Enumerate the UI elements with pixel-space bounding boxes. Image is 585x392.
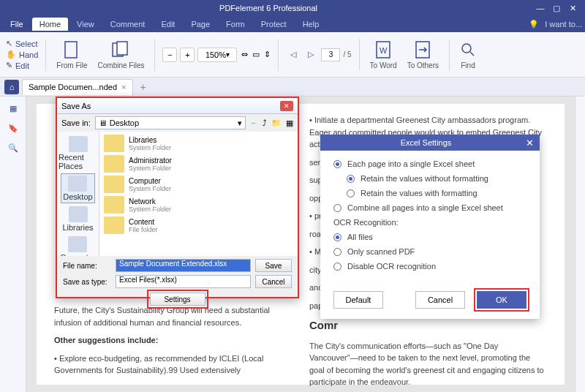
next-page-button[interactable]: ▷	[303, 48, 318, 62]
dialog-titlebar: Save As ✕	[57, 98, 298, 114]
svg-rect-2	[117, 42, 127, 55]
find-button[interactable]: Find	[457, 38, 479, 71]
default-button[interactable]: Default	[333, 291, 383, 309]
edit-tool[interactable]: ✎Edit	[6, 61, 38, 70]
vertical-scrollbar[interactable]	[575, 97, 585, 392]
savetype-label: Save as type:	[63, 278, 111, 286]
excel-dialog-close-button[interactable]: ✕	[526, 137, 534, 148]
savetype-select[interactable]: Excel Files(*.xlsx)	[116, 275, 251, 288]
menubar: File Home View Comment Edit Page Form Pr…	[0, 16, 585, 32]
heading: Comr	[309, 317, 547, 334]
add-tab-button[interactable]: +	[136, 81, 151, 93]
place-desktop[interactable]: Desktop	[61, 173, 94, 203]
lightbulb-icon: 💡	[529, 20, 539, 29]
body-text: • Explore eco-budgeting, as recommended …	[54, 353, 292, 377]
convert-icon	[415, 39, 431, 60]
to-word-button[interactable]: W To Word	[367, 38, 400, 71]
select-tool[interactable]: ↖Select	[6, 39, 38, 48]
menu-view[interactable]: View	[69, 18, 102, 31]
list-item[interactable]: LibrariesSystem Folder	[101, 133, 296, 154]
radio-icon	[333, 204, 341, 212]
ocr-scanned[interactable]: Only scanned PDF	[333, 247, 526, 256]
minimize-button[interactable]: —	[532, 2, 548, 14]
excel-settings-dialog: Excel Settings ✕ Each page into a single…	[320, 135, 540, 319]
hand-tool[interactable]: ✋Hand	[6, 50, 38, 59]
zoom-select[interactable]: 150% ▾	[197, 48, 237, 62]
want-to-label[interactable]: I want to...	[545, 20, 582, 29]
titlebar: PDFelement 6 Professional — ▢ ✕	[0, 0, 585, 16]
fit-width-button[interactable]: ⇔	[241, 50, 248, 59]
close-tab-icon[interactable]: ×	[121, 83, 126, 91]
maximize-button[interactable]: ▢	[548, 2, 565, 14]
up-icon[interactable]: ⤴	[263, 118, 267, 127]
close-button[interactable]: ✕	[565, 2, 581, 14]
thumbnails-icon[interactable]: ▦	[10, 104, 17, 113]
place-computer[interactable]: Computer	[58, 235, 97, 256]
page-total: / 5	[343, 50, 351, 59]
menu-protect[interactable]: Protect	[254, 18, 294, 31]
menu-page[interactable]: Page	[184, 18, 217, 31]
new-folder-icon[interactable]: 📁	[271, 118, 282, 128]
menu-comment[interactable]: Comment	[103, 18, 153, 31]
cursor-icon: ↖	[6, 39, 12, 48]
back-icon[interactable]: ←	[250, 118, 258, 127]
document-tab[interactable]: Sample Documen...nded ×	[22, 79, 133, 95]
list-item[interactable]: ContentFile folder	[101, 215, 296, 235]
home-tab-button[interactable]: ⌂	[4, 80, 19, 94]
excel-dialog-body: Each page into a single Excel sheet Reta…	[320, 151, 540, 285]
search-icon	[460, 39, 476, 60]
document-tab-bar: ⌂ Sample Documen...nded × +	[0, 78, 585, 97]
radio-icon	[347, 175, 355, 183]
save-button[interactable]: Save	[255, 259, 292, 272]
combine-files-button[interactable]: Combine Files	[95, 38, 148, 71]
opt-combine[interactable]: Combine all pages into a single Excel sh…	[333, 203, 526, 212]
zoom-out-button[interactable]: −	[162, 48, 177, 62]
search-panel-icon[interactable]: 🔍	[8, 143, 18, 153]
page-number-input[interactable]	[321, 48, 340, 61]
list-item[interactable]: NetworkSystem Folder	[101, 195, 296, 215]
fit-height-button[interactable]: ⇕	[264, 50, 271, 59]
file-list[interactable]: LibrariesSystem Folder AdministratorSyst…	[99, 132, 298, 256]
opt-each-page[interactable]: Each page into a single Excel sheet	[333, 159, 526, 168]
prev-page-button[interactable]: ◁	[286, 48, 301, 62]
filename-label: File name:	[63, 262, 111, 270]
ok-button[interactable]: OK	[477, 291, 526, 309]
to-others-button[interactable]: To Others	[404, 38, 442, 71]
ocr-section-label: OCR Recognition:	[333, 218, 526, 227]
dialog-close-button[interactable]: ✕	[280, 101, 293, 111]
from-file-button[interactable]: From File	[53, 38, 90, 71]
opt-with-format[interactable]: Retain the values with formatting	[347, 189, 526, 197]
files-icon	[111, 39, 130, 60]
excel-dialog-titlebar: Excel Settings ✕	[320, 135, 540, 151]
zoom-in-button[interactable]: +	[180, 48, 195, 62]
menu-home[interactable]: Home	[32, 18, 68, 31]
svg-line-7	[470, 52, 474, 56]
savein-select[interactable]: 🖥 Desktop ▾	[95, 116, 246, 129]
dialog-title: Save As	[61, 102, 280, 110]
place-libraries[interactable]: Libraries	[61, 205, 94, 233]
menu-form[interactable]: Form	[219, 18, 252, 31]
file-icon	[64, 39, 80, 60]
radio-icon	[333, 248, 341, 256]
opt-no-format[interactable]: Retain the values without formatting	[347, 174, 526, 183]
bookmark-icon[interactable]: 🔖	[8, 124, 18, 133]
filename-input[interactable]: Sample Document Extended.xlsx	[116, 259, 251, 272]
list-item[interactable]: ComputerSystem Folder	[101, 174, 296, 195]
menu-help[interactable]: Help	[295, 18, 327, 31]
place-recent[interactable]: Recent Places	[57, 135, 99, 172]
menu-edit[interactable]: Edit	[154, 18, 182, 31]
radio-icon	[347, 189, 355, 197]
fit-page-button[interactable]: ▭	[252, 50, 260, 59]
excel-dialog-footer: Default Cancel OK	[320, 285, 540, 319]
menu-file[interactable]: File	[3, 18, 31, 31]
settings-button[interactable]: Settings	[150, 293, 205, 306]
svg-rect-0	[65, 42, 77, 58]
cancel-button[interactable]: Cancel	[255, 275, 292, 288]
places-bar: Recent Places Desktop Libraries Computer…	[57, 132, 99, 256]
list-item[interactable]: AdministratorSystem Folder	[101, 154, 296, 174]
ocr-disable[interactable]: Disable OCR recognition	[333, 262, 526, 271]
ocr-all[interactable]: All files	[333, 233, 526, 241]
svg-text:W: W	[380, 46, 388, 55]
view-icon[interactable]: ▦	[286, 118, 293, 128]
excel-cancel-button[interactable]: Cancel	[415, 291, 465, 309]
